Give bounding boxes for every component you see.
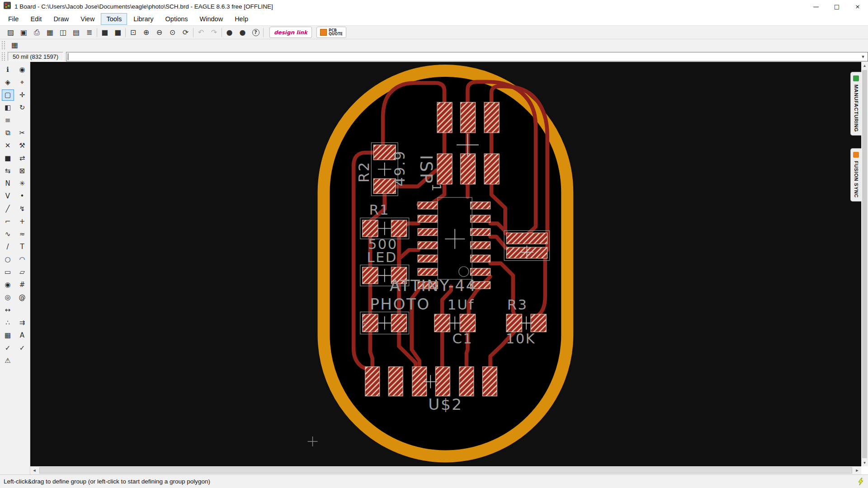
- menu-window[interactable]: Window: [194, 13, 229, 25]
- close-button[interactable]: ×: [847, 0, 868, 13]
- rect-tool[interactable]: ▭: [2, 267, 14, 278]
- grid-button[interactable]: ▦: [9, 39, 21, 51]
- warning-icon[interactable]: ⚠: [2, 355, 14, 366]
- menu-file[interactable]: File: [3, 13, 24, 25]
- auto-place-tool[interactable]: ∴: [2, 317, 14, 328]
- scroll-down-arrow[interactable]: ▼: [861, 459, 868, 466]
- scroll-up-arrow[interactable]: ▲: [861, 62, 868, 69]
- annotate-tool[interactable]: A: [16, 330, 28, 341]
- layer-settings-icon[interactable]: ≣: [83, 27, 95, 38]
- ratsnest-tool[interactable]: ↔: [2, 305, 14, 316]
- toolbar-grip[interactable]: [2, 41, 5, 49]
- layers-icon[interactable]: ■: [112, 27, 124, 38]
- group-tool[interactable]: ▢: [2, 89, 14, 101]
- mark-tool[interactable]: ⌖: [16, 77, 28, 88]
- toolbar-grip[interactable]: [2, 52, 5, 61]
- move-tool[interactable]: ✛: [16, 89, 28, 101]
- menu-help[interactable]: Help: [229, 13, 254, 25]
- zoom-out-icon[interactable]: ⊖: [153, 27, 165, 38]
- menu-draw[interactable]: Draw: [48, 13, 74, 25]
- replace-tool[interactable]: ⇆: [2, 165, 14, 177]
- zoom-fit-icon[interactable]: ⊡: [127, 27, 139, 38]
- horizontal-scroll-thumb[interactable]: [39, 467, 852, 474]
- arc-tool[interactable]: ◠: [16, 254, 28, 265]
- cam-processor-icon[interactable]: ▦: [44, 27, 56, 38]
- board-drawing: R2 49.9 ISP 1 R1 500 LED ATTINY-44 PHOTO…: [30, 62, 861, 466]
- minimize-button[interactable]: —: [806, 0, 826, 13]
- polygon-tool[interactable]: ▱: [16, 267, 28, 278]
- design-link-button[interactable]: design link: [269, 27, 312, 38]
- optimize-tool[interactable]: •: [16, 191, 28, 202]
- show-tool[interactable]: ◉: [16, 64, 28, 75]
- hole-tool[interactable]: ◎: [2, 292, 14, 303]
- tab-manufacturing[interactable]: MANUFACTURING: [850, 72, 861, 136]
- zoom-in-icon[interactable]: ⊕: [140, 27, 152, 38]
- display-tool[interactable]: ◈: [2, 77, 14, 88]
- print-icon[interactable]: ⎙: [31, 27, 43, 38]
- via-tool[interactable]: ◉: [2, 279, 14, 291]
- autorouter-tool[interactable]: ⇉: [16, 317, 28, 328]
- maximize-button[interactable]: □: [826, 0, 847, 13]
- rotate-tool[interactable]: ↻: [16, 102, 28, 113]
- splice-tool[interactable]: +: [16, 216, 28, 227]
- menu-edit[interactable]: Edit: [25, 13, 47, 25]
- command-dropdown-arrow[interactable]: ▾: [859, 52, 867, 61]
- tool-palette: ℹ◉◈⌖▢✛◧↻≡⧉✂✕⚒■⇄⇆⊠N✳V•╱↯⌐+∿≈/T○◠▭▱◉#◎@↔∴⇉…: [0, 62, 30, 474]
- menu-library[interactable]: Library: [128, 13, 159, 25]
- save-icon[interactable]: ▣: [18, 27, 30, 38]
- mirror-tool[interactable]: ◧: [2, 102, 14, 113]
- label-r1: R1: [369, 202, 390, 218]
- route-tool[interactable]: ╱: [2, 203, 14, 215]
- drc-tool[interactable]: ✓: [16, 343, 28, 354]
- horizontal-scroll-track[interactable]: [38, 466, 853, 474]
- wire-tool[interactable]: /: [2, 241, 14, 253]
- smash-tool[interactable]: ✳: [16, 178, 28, 189]
- pcb-quote-button[interactable]: PCB QUOTE: [316, 27, 346, 38]
- change-tool[interactable]: ⚒: [16, 140, 28, 151]
- signal-tool[interactable]: #: [16, 279, 28, 291]
- sheet-icon[interactable]: ▤: [70, 27, 82, 38]
- pcb-canvas[interactable]: R2 49.9 ISP 1 R1 500 LED ATTINY-44 PHOTO…: [30, 62, 861, 466]
- lock-tool[interactable]: ⊠: [16, 165, 28, 177]
- miter-tool[interactable]: ⌐: [2, 216, 14, 227]
- image-export-icon[interactable]: ◫: [57, 27, 69, 38]
- meander-tool[interactable]: ≈: [16, 229, 28, 240]
- drc-board-tool[interactable]: ▦: [2, 330, 14, 341]
- menu-options[interactable]: Options: [160, 13, 193, 25]
- menu-tools[interactable]: Tools: [101, 13, 127, 25]
- redo-icon[interactable]: ↷: [208, 27, 220, 38]
- grid-toolbar: ▦: [0, 39, 868, 51]
- command-input[interactable]: ▾: [66, 52, 868, 61]
- pinswap-tool[interactable]: ⇄: [16, 153, 28, 164]
- paste-tool[interactable]: ■: [2, 153, 14, 164]
- info-tool[interactable]: ℹ: [2, 64, 14, 75]
- scroll-right-arrow[interactable]: ►: [853, 466, 861, 474]
- delete-tool[interactable]: ✕: [2, 140, 14, 151]
- text-tool[interactable]: T: [16, 241, 28, 253]
- split-tool[interactable]: ∿: [2, 229, 14, 240]
- vertical-scrollbar[interactable]: ▲ ▼: [861, 62, 868, 466]
- circle-tool[interactable]: ○: [2, 254, 14, 265]
- value-tool[interactable]: V: [2, 191, 14, 202]
- undo-icon[interactable]: ↶: [195, 27, 207, 38]
- zoom-redraw-icon[interactable]: ⟳: [179, 27, 192, 38]
- menu-view[interactable]: View: [75, 13, 100, 25]
- horizontal-scrollbar[interactable]: ◄ ►: [30, 466, 861, 474]
- erc-tool[interactable]: ✓: [2, 343, 14, 354]
- run-icon[interactable]: ●: [236, 27, 249, 38]
- align-tool[interactable]: ≡: [2, 115, 14, 126]
- copy-tool[interactable]: ⧉: [2, 127, 14, 139]
- tab-fusion-sync[interactable]: FUSION SYNC: [850, 148, 861, 202]
- cut-tool[interactable]: ✂: [16, 127, 28, 139]
- name-tool[interactable]: N: [2, 178, 14, 189]
- vertical-scroll-track[interactable]: [861, 69, 868, 459]
- zoom-select-icon[interactable]: ⊙: [166, 27, 179, 38]
- schematic-icon[interactable]: ■: [99, 27, 111, 38]
- scroll-left-arrow[interactable]: ◄: [30, 466, 38, 474]
- ripup-tool[interactable]: ↯: [16, 203, 28, 215]
- open-board-icon[interactable]: ▨: [5, 27, 17, 38]
- vertical-scroll-thumb[interactable]: [862, 70, 867, 458]
- attribute-tool[interactable]: @: [16, 292, 28, 303]
- stop-icon[interactable]: ●: [223, 27, 236, 38]
- help-icon[interactable]: ?: [250, 27, 262, 38]
